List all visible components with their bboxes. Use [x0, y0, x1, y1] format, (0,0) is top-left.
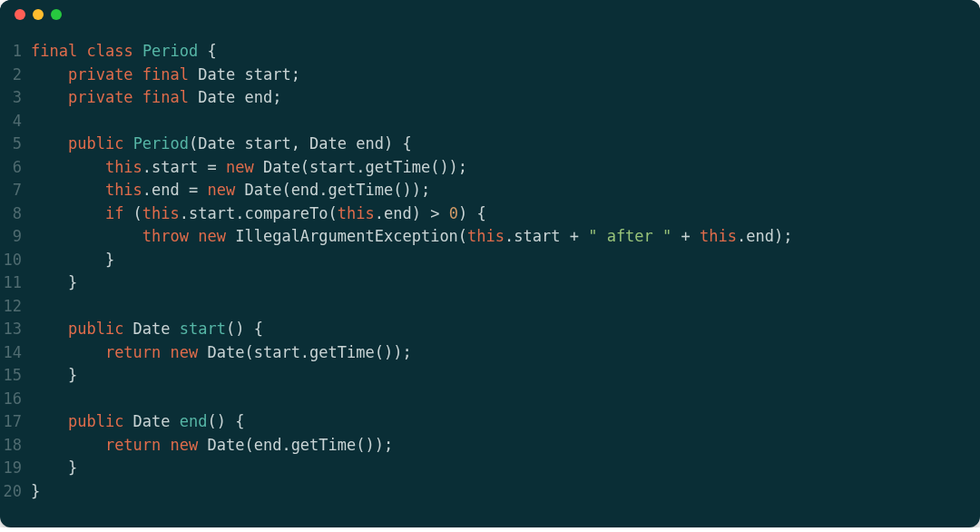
code-token: Date(end.getTime());	[235, 181, 430, 199]
code-token: this	[700, 227, 737, 245]
line-number: 13	[0, 318, 31, 341]
line-content	[31, 295, 40, 319]
code-token: private	[68, 88, 133, 106]
code-line: 8 if (this.start.compareTo(this.end) > 0…	[0, 202, 980, 226]
code-token	[161, 343, 170, 361]
code-line: 16	[0, 388, 980, 411]
code-line: 19 }	[0, 457, 980, 480]
line-content	[31, 110, 40, 133]
code-token: final	[142, 88, 189, 106]
minimize-icon[interactable]	[33, 9, 44, 20]
code-token: this	[338, 204, 375, 222]
code-line: 6 this.start = new Date(start.getTime())…	[0, 156, 980, 180]
line-content: }	[31, 480, 40, 504]
code-token: IllegalArgumentException(	[226, 227, 467, 245]
code-token: new	[208, 181, 236, 199]
code-line: 14 return new Date(start.getTime());	[0, 341, 980, 365]
code-line: 2 private final Date start;	[0, 64, 980, 87]
code-token: new	[171, 343, 199, 361]
code-token: Date	[123, 412, 179, 430]
code-token: .start.compareTo(	[180, 204, 338, 222]
zoom-icon[interactable]	[51, 9, 62, 20]
line-number: 10	[0, 249, 31, 272]
code-token: return	[105, 343, 161, 361]
code-line: 10 }	[0, 249, 980, 272]
code-token	[161, 436, 170, 454]
code-line: 17 public Date end() {	[0, 410, 980, 434]
code-token: }	[68, 273, 77, 291]
code-line: 12	[0, 295, 980, 319]
line-content: final class Period {	[31, 40, 217, 64]
code-token: public	[68, 412, 123, 430]
code-token: this	[105, 158, 142, 176]
code-token: () {	[226, 320, 263, 338]
code-token: .end =	[142, 181, 208, 199]
code-token: }	[68, 458, 77, 477]
line-content: }	[31, 364, 77, 388]
code-token: +	[671, 227, 700, 245]
code-token: }	[68, 366, 77, 384]
code-token: new	[226, 158, 254, 176]
line-number: 6	[0, 156, 31, 180]
line-content: this.start = new Date(start.getTime());	[31, 156, 467, 180]
line-number: 4	[0, 110, 31, 133]
code-token	[133, 42, 142, 60]
code-token: final	[142, 65, 189, 84]
code-token: public	[68, 134, 123, 153]
line-content: public Date end() {	[31, 410, 244, 434]
code-token: }	[105, 251, 114, 269]
code-token: if	[105, 204, 123, 222]
code-line: 3 private final Date end;	[0, 86, 980, 110]
code-token: }	[31, 482, 40, 500]
code-token: new	[198, 227, 226, 245]
code-token: class	[86, 42, 132, 60]
line-content: private final Date start;	[31, 64, 300, 87]
line-content: this.end = new Date(end.getTime());	[31, 179, 430, 202]
code-token: return	[105, 436, 161, 454]
code-token: " after "	[588, 227, 671, 245]
line-content: private final Date end;	[31, 86, 281, 110]
line-content: return new Date(start.getTime());	[31, 341, 412, 365]
line-number: 18	[0, 434, 31, 458]
line-number: 17	[0, 410, 31, 434]
line-number: 15	[0, 364, 31, 388]
code-token: Date(end.getTime());	[198, 436, 393, 454]
code-token: (	[123, 204, 142, 222]
code-token	[133, 65, 142, 84]
close-icon[interactable]	[15, 9, 25, 20]
titlebar	[0, 0, 980, 29]
code-window: 1final class Period {2 private final Dat…	[0, 0, 980, 527]
code-line: 5 public Period(Date start, Date end) {	[0, 133, 980, 156]
code-token: 0	[449, 204, 458, 222]
line-number: 2	[0, 64, 31, 87]
line-number: 1	[0, 40, 31, 64]
code-token	[123, 134, 132, 153]
code-token: this	[142, 204, 180, 222]
line-content	[31, 388, 40, 411]
line-content: public Date start() {	[31, 318, 263, 341]
line-number: 8	[0, 202, 31, 226]
code-token: this	[467, 227, 505, 245]
code-line: 13 public Date start() {	[0, 318, 980, 341]
line-number: 5	[0, 133, 31, 156]
line-number: 9	[0, 225, 31, 249]
code-token: ) {	[458, 204, 486, 222]
code-token	[189, 227, 198, 245]
line-number: 14	[0, 341, 31, 365]
line-content: public Period(Date start, Date end) {	[31, 133, 412, 156]
line-number: 11	[0, 271, 31, 295]
code-token: () {	[208, 412, 245, 430]
line-content: return new Date(end.getTime());	[31, 434, 393, 458]
line-content: throw new IllegalArgumentException(this.…	[31, 225, 792, 249]
code-token: throw	[142, 227, 189, 245]
line-content: }	[31, 457, 77, 480]
code-line: 11 }	[0, 271, 980, 295]
code-token: .start +	[505, 227, 588, 245]
code-line: 18 return new Date(end.getTime());	[0, 434, 980, 458]
line-number: 7	[0, 179, 31, 202]
line-content: if (this.start.compareTo(this.end) > 0) …	[31, 202, 486, 226]
code-token: (Date start, Date end) {	[189, 134, 412, 153]
code-token: {	[198, 42, 216, 60]
code-area: 1final class Period {2 private final Dat…	[0, 29, 980, 521]
line-content: }	[31, 271, 77, 295]
